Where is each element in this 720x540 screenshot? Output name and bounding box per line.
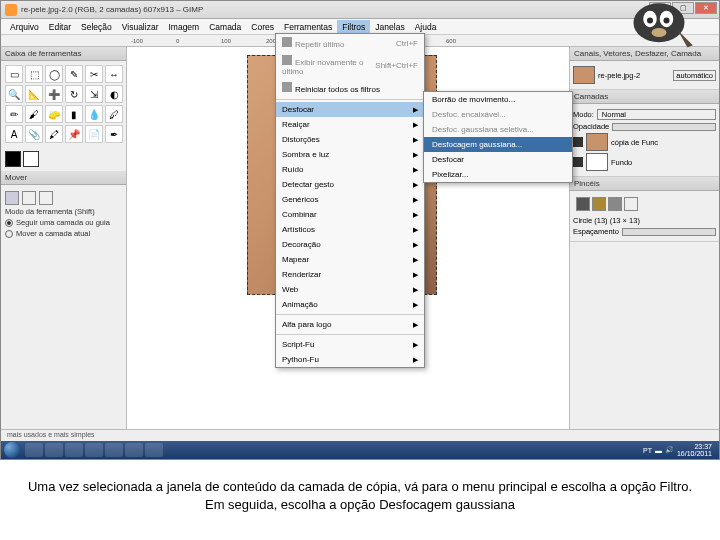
move-path-icon[interactable]	[39, 191, 53, 205]
menu-visualizar[interactable]: Visualizar	[117, 20, 164, 34]
menu-animacao[interactable]: Animação▶	[276, 297, 424, 312]
tool-item[interactable]: ⬚	[25, 65, 43, 83]
tool-item[interactable]: 💧	[85, 105, 103, 123]
move-layer-icon[interactable]	[5, 191, 19, 205]
tool-item[interactable]: A	[5, 125, 23, 143]
tool-item[interactable]: ✂	[85, 65, 103, 83]
tool-item[interactable]: ✎	[65, 65, 83, 83]
menu-genericos[interactable]: Genéricos▶	[276, 192, 424, 207]
tool-item[interactable]: ✏	[5, 105, 23, 123]
task-explorer[interactable]	[25, 443, 43, 457]
app-icon	[5, 4, 17, 16]
menu-editar[interactable]: Editar	[44, 20, 76, 34]
tool-item[interactable]: ↻	[65, 85, 83, 103]
foreground-swatch[interactable]	[5, 151, 21, 167]
radio-move[interactable]	[5, 230, 13, 238]
menu-alfa-logo[interactable]: Alfa para logo▶	[276, 317, 424, 332]
menu-mapear[interactable]: Mapear▶	[276, 252, 424, 267]
radio-pick[interactable]	[5, 219, 13, 227]
tool-item[interactable]: 📌	[65, 125, 83, 143]
gimp-mascot-icon	[619, 0, 699, 49]
image-thumb-icon	[573, 66, 595, 84]
menu-pythonfu[interactable]: Python-Fu▶	[276, 352, 424, 367]
spacing-slider[interactable]	[622, 228, 716, 236]
task-photoshop[interactable]	[45, 443, 63, 457]
tool-item[interactable]: ➕	[45, 85, 63, 103]
menu-desfocar[interactable]: Desfocar▶	[276, 102, 424, 117]
menu-camada[interactable]: Camada	[204, 20, 246, 34]
tool-item[interactable]: ◐	[105, 85, 123, 103]
submenu-pixelize[interactable]: Pixelizar...	[424, 167, 572, 182]
tool-item[interactable]: 📎	[25, 125, 43, 143]
menu-ferramentas[interactable]: Ferramentas	[279, 20, 337, 34]
menu-janelas[interactable]: Janelas	[370, 20, 409, 34]
menu-scriptfu[interactable]: Script-Fu▶	[276, 337, 424, 352]
tray-time: 23:37	[677, 443, 712, 450]
menu-cores[interactable]: Cores	[246, 20, 279, 34]
layer-row[interactable]: Fundo	[573, 153, 716, 171]
submenu-selective-gaussian[interactable]: Desfoc. gaussiana seletiva...	[424, 122, 572, 137]
tool-item[interactable]: 🖍	[45, 125, 63, 143]
opacity-slider[interactable]	[612, 123, 716, 131]
tool-item[interactable]: ✒	[105, 125, 123, 143]
menu-repeat-last[interactable]: Repetir últimoCtrl+F	[276, 34, 424, 52]
layer-row[interactable]: cópia de Func	[573, 133, 716, 151]
task-app[interactable]	[125, 443, 143, 457]
menu-combinar[interactable]: Combinar▶	[276, 207, 424, 222]
tool-item[interactable]: 📐	[25, 85, 43, 103]
tool-item[interactable]: 🖊	[105, 105, 123, 123]
tool-item[interactable]: ↔	[105, 65, 123, 83]
task-firefox[interactable]	[105, 443, 123, 457]
eye-icon[interactable]	[573, 157, 583, 167]
menu-sombra[interactable]: Sombra e luz▶	[276, 147, 424, 162]
brush-info: Circle (13) (13 × 13)	[573, 216, 716, 225]
mode-label: Modo da ferramenta (Shift)	[5, 207, 122, 216]
task-powerpoint[interactable]	[145, 443, 163, 457]
menu-selecao[interactable]: Seleção	[76, 20, 117, 34]
menu-reshow[interactable]: Exibir novamente o últimoShift+Ctrl+F	[276, 52, 424, 79]
submenu-tileable[interactable]: Desfoc. encaixável...	[424, 107, 572, 122]
menu-web[interactable]: Web▶	[276, 282, 424, 297]
menu-ruido[interactable]: Ruído▶	[276, 162, 424, 177]
mode-select[interactable]: Normal	[597, 109, 716, 120]
tool-item[interactable]: 📄	[85, 125, 103, 143]
tray-lang[interactable]: PT	[643, 447, 652, 454]
menu-filtros[interactable]: Filtros	[337, 20, 370, 34]
canvas-area[interactable]: Repetir últimoCtrl+F Exibir novamente o …	[127, 47, 569, 429]
auto-button[interactable]: automático	[673, 70, 716, 81]
tool-item[interactable]: ◯	[45, 65, 63, 83]
brush-preset[interactable]	[624, 197, 638, 211]
tool-item[interactable]: 🧽	[45, 105, 63, 123]
menu-renderizar[interactable]: Renderizar▶	[276, 267, 424, 282]
tool-item[interactable]: 🖌	[25, 105, 43, 123]
submenu-motion-blur[interactable]: Borrão de movimento...	[424, 92, 572, 107]
svg-point-4	[664, 18, 670, 24]
brush-preset[interactable]	[576, 197, 590, 211]
menu-detectar[interactable]: Detectar gesto▶	[276, 177, 424, 192]
background-swatch[interactable]	[23, 151, 39, 167]
menu-distorcoes[interactable]: Distorções▶	[276, 132, 424, 147]
menu-realcar[interactable]: Realçar▶	[276, 117, 424, 132]
tool-item[interactable]: ▭	[5, 65, 23, 83]
task-gimp[interactable]	[65, 443, 83, 457]
start-button[interactable]	[4, 442, 20, 458]
slide-caption: Uma vez selecionada a janela de conteúdo…	[0, 470, 720, 522]
menu-arquivo[interactable]: Arquivo	[5, 20, 44, 34]
move-selection-icon[interactable]	[22, 191, 36, 205]
brush-preset[interactable]	[608, 197, 622, 211]
tray-net-icon[interactable]: ▬	[655, 447, 662, 454]
brush-preset[interactable]	[592, 197, 606, 211]
tool-item[interactable]: 🔍	[5, 85, 23, 103]
eye-icon[interactable]	[573, 137, 583, 147]
submenu-gaussian-blur[interactable]: Desfocagem gaussiana...	[424, 137, 572, 152]
menu-artisticos[interactable]: Artísticos▶	[276, 222, 424, 237]
menu-imagem[interactable]: Imagem	[163, 20, 204, 34]
menu-decoracao[interactable]: Decoração▶	[276, 237, 424, 252]
tool-item[interactable]: ⇲	[85, 85, 103, 103]
tool-item[interactable]: ▮	[65, 105, 83, 123]
menu-reset-filters[interactable]: Reiniciar todos os filtros	[276, 79, 424, 97]
task-ie[interactable]	[85, 443, 103, 457]
tray-vol-icon[interactable]: 🔊	[665, 446, 674, 454]
menu-ajuda[interactable]: Ajuda	[410, 20, 442, 34]
submenu-blur[interactable]: Desfocar	[424, 152, 572, 167]
